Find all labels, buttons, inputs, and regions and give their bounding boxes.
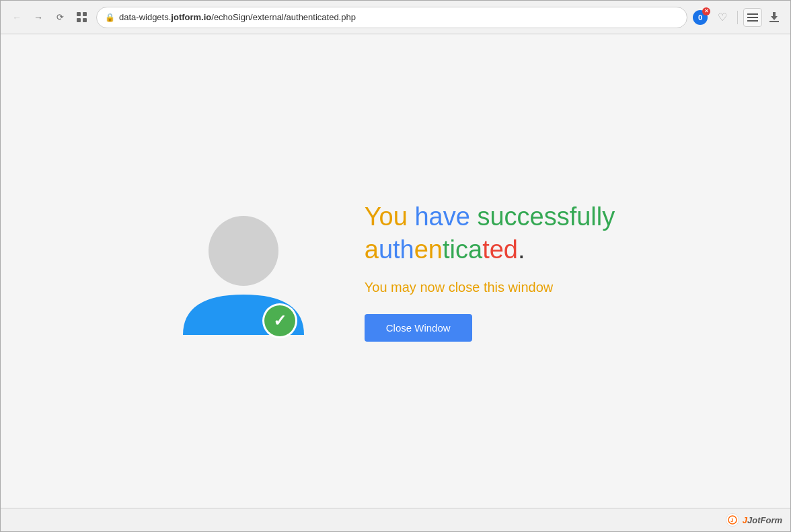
bottom-bar: J JJotForm [1,508,790,531]
favorites-button[interactable]: ♡ [713,8,732,27]
heading-have: have [414,202,477,231]
heading-you: You [365,202,415,231]
svg-point-5 [209,216,278,286]
url-domain: jotform.io [171,12,211,22]
success-heading: You have successfully authenticated. [365,200,615,267]
apps-button[interactable] [72,8,91,27]
menu-icon [747,13,758,22]
page-content: ✓ You have successfully authenticated. Y… [1,34,790,508]
url-prefix: data-widgets. [119,12,171,22]
forward-button[interactable]: → [29,8,48,27]
jotform-logo: J JJotForm [726,513,782,527]
jotform-label: JotForm [747,515,782,525]
toolbar-divider [737,11,738,24]
avatar-illustration: ✓ [176,197,311,345]
heading-ted: ted [482,235,518,264]
lock-icon: 🔒 [105,13,115,22]
profile-section[interactable]: 0 ✕ [693,10,708,25]
url-path: /echoSign/external/authenticated.php [211,12,356,22]
heading-a: a [365,235,379,264]
content-card: ✓ You have successfully authenticated. Y… [176,197,615,345]
heading-uth: uth [379,235,414,264]
checkmark-badge: ✓ [262,303,297,338]
svg-rect-0 [747,13,758,15]
browser-toolbar: ← → ⟳ 🔒 data-widgets.jotform.io/echoSign… [1,1,790,34]
back-button[interactable]: ← [7,8,26,27]
jotform-icon: J [726,513,739,527]
address-text: data-widgets.jotform.io/echoSign/externa… [119,12,356,22]
heading-tica: tica [443,235,482,264]
svg-rect-3 [769,21,779,22]
heading-successfully: successfully [477,202,615,231]
heart-icon: ♡ [718,11,727,24]
subtitle-text: You may now close this window [365,280,615,295]
svg-rect-2 [747,20,758,22]
heading-en: en [414,235,443,264]
jotform-icon-svg: J [728,515,737,525]
checkmark-symbol: ✓ [273,313,287,329]
svg-rect-1 [747,17,758,18]
text-content: You have successfully authenticated. You… [365,200,615,342]
heading-dot: . [518,235,525,264]
nav-buttons: ← → ⟳ [7,8,91,27]
checkmark-circle: ✓ [264,305,295,336]
browser-frame: ← → ⟳ 🔒 data-widgets.jotform.io/echoSign… [0,0,791,532]
menu-button[interactable] [743,8,762,27]
refresh-button[interactable]: ⟳ [50,8,69,27]
download-icon [769,12,779,23]
address-bar[interactable]: 🔒 data-widgets.jotform.io/echoSign/exter… [96,7,687,28]
profile-badge: 0 ✕ [693,10,708,25]
close-window-button[interactable]: Close Window [365,314,472,342]
download-button[interactable] [765,8,784,27]
jotform-text: JJotForm [743,515,782,525]
svg-text:J: J [730,517,733,523]
svg-marker-4 [771,12,778,20]
toolbar-right: 0 ✕ ♡ [693,8,784,27]
profile-badge-x: ✕ [702,7,710,15]
